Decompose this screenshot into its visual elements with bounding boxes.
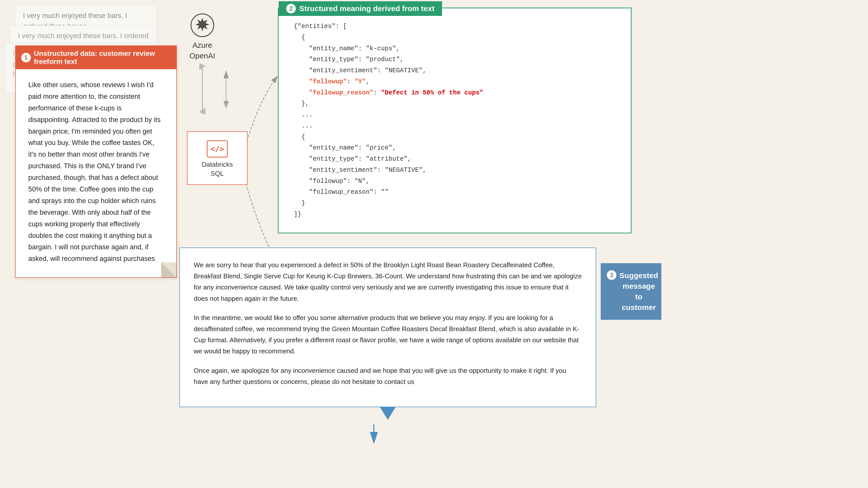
databricks-box: </> Databricks SQL	[187, 131, 248, 185]
svg-text:</>: </>	[211, 145, 224, 153]
message-down-arrow-icon	[380, 407, 396, 420]
openai-logo-icon	[190, 12, 215, 38]
json-content: {"entities": [ { "entity_name": "k-cups"…	[294, 21, 616, 220]
azure-openai-section: Azure OpenAI	[189, 12, 215, 117]
json-panel-label-text: Structured meaning derived from text	[299, 4, 434, 13]
azure-label-line2: OpenAI	[189, 52, 215, 60]
message-panel-label: 3 Suggested message to customer	[601, 263, 661, 320]
label-number-2: 2	[286, 4, 296, 13]
json-panel: 2 Structured meaning derived from text {…	[278, 7, 631, 234]
review-card-label: 1 Unstructured data: customer review fre…	[16, 46, 176, 69]
review-card-label-text: Unstructured data: customer review freef…	[34, 50, 171, 66]
message-paragraph-1: We are sorry to hear that you experience…	[194, 260, 582, 304]
review-card-body: Like other users, whose reviews I wish I…	[16, 69, 176, 277]
review-text: Like other users, whose reviews I wish I…	[28, 81, 161, 263]
databricks-icon: </>	[206, 140, 228, 158]
message-panel: 3 Suggested message to customer We are s…	[179, 247, 596, 407]
dashed-arrow-to-json	[243, 76, 278, 157]
message-panel-label-text: Suggested message to customer	[619, 270, 658, 313]
azure-openai-label: Azure OpenAI	[189, 40, 215, 61]
label-number-1: 1	[21, 53, 31, 62]
message-paragraph-3: Once again, we apologize for any inconve…	[194, 365, 582, 387]
databricks-label: Databricks SQL	[202, 160, 233, 178]
review-card: 1 Unstructured data: customer review fre…	[15, 45, 177, 278]
vertical-arrow-icon	[197, 64, 208, 114]
label-number-3: 3	[607, 270, 616, 280]
message-paragraph-2: In the meantime, we would like to offer …	[194, 312, 582, 357]
azure-label-line1: Azure	[192, 41, 212, 49]
databricks-label-line1: Databricks	[202, 161, 233, 168]
databricks-label-line2: SQL	[211, 170, 224, 177]
json-panel-label: 2 Structured meaning derived from text	[279, 1, 442, 16]
